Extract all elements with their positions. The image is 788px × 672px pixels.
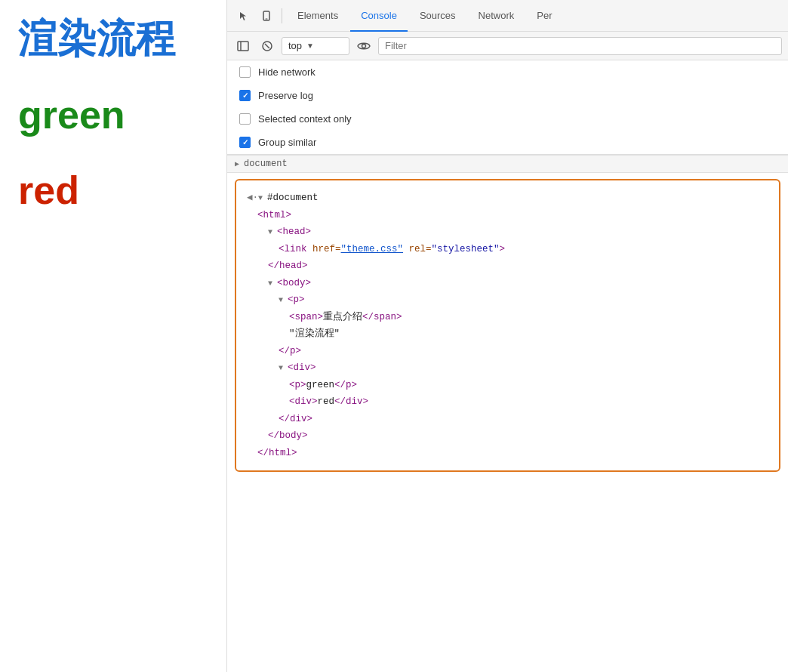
console-main: ▶ document ◀· ▼ #document <html> ▼ <head… (227, 155, 788, 672)
devtools-panel: Elements Console Sources Network Per top… (226, 0, 788, 672)
device-icon-btn[interactable] (256, 5, 277, 26)
svg-point-6 (362, 44, 366, 48)
p-green-text: green (306, 377, 335, 394)
p-triangle[interactable]: ▼ (279, 294, 288, 307)
dom-line-div-red: <div> red </div> (247, 393, 768, 411)
selected-context-label: Selected context only (258, 113, 352, 125)
link-tag-close: > (500, 241, 506, 258)
dom-line-head-close: </head> (247, 257, 768, 275)
context-arrow-icon: ▼ (306, 42, 314, 50)
dom-line-p-green: <p> green </p> (247, 377, 768, 394)
div-red-text: red (318, 393, 335, 411)
dom-line-html-close: </html> (247, 445, 768, 462)
settings-selected-context[interactable]: Selected context only (227, 107, 788, 131)
link-tag-open: <link (279, 241, 312, 258)
tab-sources[interactable]: Sources (409, 0, 466, 32)
divider-label: document (244, 159, 288, 169)
p-green-close: </p> (334, 377, 357, 394)
selected-context-checkbox[interactable] (239, 113, 251, 125)
settings-group-similar[interactable]: Group similar (227, 131, 788, 154)
head-tag: <head> (277, 223, 311, 241)
live-expressions-btn[interactable] (354, 36, 374, 56)
settings-hide-network[interactable]: Hide network (227, 60, 788, 84)
console-divider[interactable]: ▶ document (227, 155, 788, 173)
dom-line-p-close: </p> (247, 343, 768, 360)
dom-line-div: ▼ <div> (247, 359, 768, 377)
p-close-tag: </p> (279, 343, 301, 360)
p-tag: <p> (288, 291, 305, 309)
context-selector[interactable]: top ▼ (282, 37, 349, 55)
html-tag: <html> (257, 207, 291, 224)
group-similar-label: Group similar (258, 137, 316, 148)
preserve-log-checkbox[interactable] (239, 90, 251, 101)
tab-console[interactable]: Console (350, 0, 408, 32)
preserve-log-label: Preserve log (258, 90, 313, 101)
console-toolbar: top ▼ (227, 32, 788, 60)
p-green-open: <p> (289, 377, 306, 394)
tab-performance[interactable]: Per (526, 0, 562, 32)
span-close: </span> (362, 309, 402, 326)
tab-network[interactable]: Network (468, 0, 525, 32)
dom-tree: ◀· ▼ #document <html> ▼ <head> <link hre… (235, 179, 780, 472)
svg-line-5 (265, 44, 269, 48)
dom-line-link: <link href= "theme.css" rel= "stylesheet… (247, 241, 768, 258)
document-node: #document (267, 190, 319, 207)
tab-separator (282, 8, 282, 23)
dom-line-root: ◀· ▼ #document (247, 190, 768, 207)
dom-line-div-close: </div> (247, 411, 768, 428)
divider-arrow-icon: ▶ (235, 159, 239, 168)
tab-elements[interactable]: Elements (287, 0, 349, 32)
body-triangle[interactable]: ▼ (268, 277, 277, 291)
div-close-tag: </div> (279, 411, 312, 428)
tab-bar: Elements Console Sources Network Per (227, 0, 788, 32)
page-red-text: red (18, 168, 208, 213)
link-href-attr: href= (312, 241, 341, 258)
cursor-icon-btn[interactable] (233, 5, 254, 26)
dom-line-span: <span> 重点介绍 </span> (247, 309, 768, 326)
head-triangle[interactable]: ▼ (268, 226, 277, 239)
back-arrow-icon: ◀· (247, 190, 258, 207)
dom-line-head: ▼ <head> (247, 223, 768, 241)
dom-line-p: ▼ <p> (247, 291, 768, 309)
svg-rect-2 (238, 42, 248, 51)
span-open: <span> (289, 309, 323, 326)
link-rel-value: "stylesheet" (432, 241, 500, 258)
settings-preserve-log[interactable]: Preserve log (227, 84, 788, 107)
sidebar-toggle-btn[interactable] (233, 36, 253, 56)
div-red-open: <div> (289, 393, 318, 411)
hide-network-checkbox[interactable] (239, 66, 251, 78)
body-tag: <body> (277, 275, 311, 292)
text-node-content: "渲染流程" (289, 325, 340, 343)
root-triangle[interactable]: ▼ (258, 192, 267, 205)
head-close-tag: </head> (268, 257, 308, 275)
clear-console-btn[interactable] (257, 36, 277, 56)
webpage-panel: 渲染流程 green red (0, 0, 226, 672)
group-similar-checkbox[interactable] (239, 137, 251, 148)
dom-line-html: <html> (247, 207, 768, 224)
div-triangle[interactable]: ▼ (279, 362, 288, 375)
context-label: top (288, 40, 302, 51)
dom-line-textnode: "渲染流程" (247, 325, 768, 343)
span-text: 重点介绍 (323, 309, 362, 326)
filter-input[interactable] (378, 37, 782, 55)
body-close-tag: </body> (268, 427, 308, 445)
div-tag: <div> (288, 359, 316, 377)
svg-rect-1 (266, 18, 268, 19)
page-green-text: green (18, 92, 208, 137)
dom-line-body: ▼ <body> (247, 275, 768, 292)
div-red-close: </div> (334, 393, 368, 411)
link-href-value[interactable]: "theme.css" (341, 241, 404, 258)
link-rel-attr: rel= (403, 241, 432, 258)
html-close-tag: </html> (257, 445, 297, 462)
dom-line-body-close: </body> (247, 427, 768, 445)
hide-network-label: Hide network (258, 66, 316, 78)
page-title: 渲染流程 (18, 15, 208, 62)
console-settings: Hide network Preserve log Selected conte… (227, 60, 788, 155)
